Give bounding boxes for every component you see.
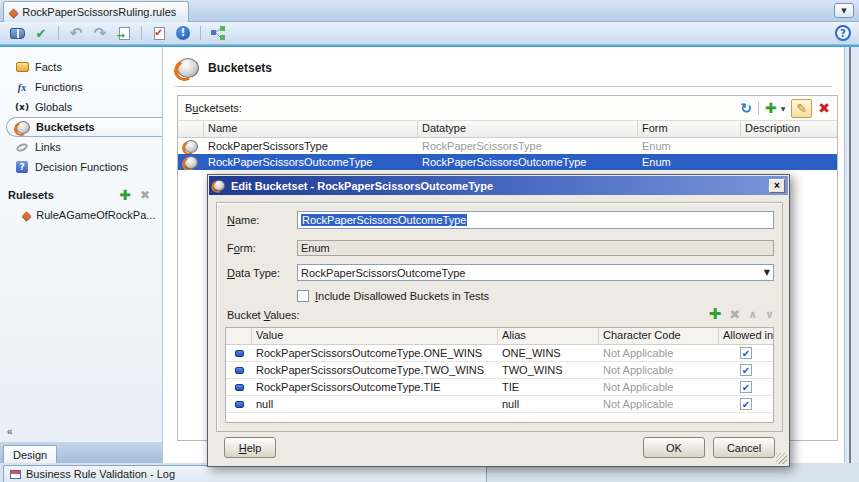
window-right-edge xyxy=(849,47,851,463)
load-dictionary-icon[interactable] xyxy=(115,25,133,42)
share-icon[interactable] xyxy=(209,25,227,42)
delete-bucketset-icon[interactable]: ✖ xyxy=(818,100,830,116)
bucket-value-row[interactable]: RockPaperScissorsOutcomeType.TIETIENot A… xyxy=(226,379,773,396)
validate-check-icon[interactable]: ✔ xyxy=(32,25,50,42)
add-ruleset-icon[interactable]: ✚ xyxy=(119,187,131,203)
allowed-checkbox[interactable]: ✔ xyxy=(740,364,752,376)
cell-allowed: ✔ xyxy=(719,398,773,410)
cell-datatype: RockPaperScissorsType xyxy=(418,138,638,154)
bucket-value-row[interactable]: RockPaperScissorsOutcomeType.TWO_WINSTWO… xyxy=(226,362,773,379)
table-row[interactable]: RockPaperScissorsOutcomeTypeRockPaperSci… xyxy=(178,154,837,170)
include-disallowed-checkbox[interactable] xyxy=(297,290,309,302)
log-window-icon xyxy=(10,470,21,479)
page-title: Bucketsets xyxy=(208,61,272,75)
add-bucket-icon[interactable]: ✚ xyxy=(709,305,722,323)
close-icon[interactable]: × xyxy=(769,179,785,193)
bucket-values-toolbar: ✚ ✖ ∧ ∨ xyxy=(709,305,774,323)
bucket-value-icon xyxy=(226,384,252,391)
sidebar-item-globals[interactable]: (x)Globals xyxy=(0,97,162,117)
redo-icon[interactable]: ↷ xyxy=(91,25,109,42)
ok-button[interactable]: OK xyxy=(643,437,705,458)
toolbar-separator xyxy=(58,26,59,40)
sidebar-item-ruleset[interactable]: ◆ RuleAGameOfRockPa... xyxy=(0,205,162,225)
bucketsets-column-headers: Name Datatype Form Description xyxy=(178,121,837,138)
allowed-checkbox[interactable]: ✔ xyxy=(740,398,752,410)
form-field-label: Form: xyxy=(227,242,256,254)
rulesets-header-row: Rulesets ✚ ✖ xyxy=(0,185,162,205)
rulesets-header: Rulesets xyxy=(8,189,54,201)
datatype-select[interactable]: RockPaperScissorsOutcomeType ▼ xyxy=(297,264,774,281)
column-header-description[interactable]: Description xyxy=(741,121,837,137)
sidebar-nav-list: FactsfxFunctions(x)GlobalsBucketsetsLink… xyxy=(0,57,162,177)
column-header-name[interactable]: Name xyxy=(204,121,418,137)
help-button[interactable]: Help xyxy=(224,437,276,458)
column-header-alias[interactable]: Alias xyxy=(498,328,599,344)
bucket-values-table: Value Alias Character Code Allowed in Ac… xyxy=(225,327,774,423)
sidebar-item-facts[interactable]: Facts xyxy=(0,57,162,77)
sidebar-item-label: Facts xyxy=(35,61,62,73)
sidebar-item-functions[interactable]: fxFunctions xyxy=(0,77,162,97)
column-header-form[interactable]: Form xyxy=(638,121,741,137)
dialog-title-bar[interactable]: Edit Bucketset - RockPaperScissorsOutcom… xyxy=(209,176,788,195)
form-input-value: Enum xyxy=(301,242,330,254)
sidebar-item-label: Globals xyxy=(35,101,72,113)
cancel-button[interactable]: Cancel xyxy=(713,437,775,458)
column-header-character-code[interactable]: Character Code xyxy=(599,328,719,344)
tab-design[interactable]: Design xyxy=(3,445,57,463)
document-tab[interactable]: ◆ RockPaperScissorsRuling.rules xyxy=(3,1,189,22)
functions-icon: fx xyxy=(14,80,30,95)
facts-icon xyxy=(14,60,30,75)
cell-character-code: Not Applicable xyxy=(599,381,719,393)
bucketsets-rows: RockPaperScissorsTypeRockPaperScissorsTy… xyxy=(178,138,837,170)
allowed-checkbox[interactable]: ✔ xyxy=(740,347,752,359)
delete-bucket-icon[interactable]: ✖ xyxy=(729,307,740,322)
editor-toolbar: ✔ ↶ ↷ ! ? xyxy=(0,22,859,45)
chevron-down-icon: ▼ xyxy=(841,7,846,15)
navigation-sidebar: FactsfxFunctions(x)GlobalsBucketsetsLink… xyxy=(0,47,163,442)
bucket-value-row[interactable]: RockPaperScissorsOutcomeType.ONE_WINSONE… xyxy=(226,345,773,362)
sidebar-item-links[interactable]: Links xyxy=(0,137,162,157)
table-row[interactable]: RockPaperScissorsTypeRockPaperScissorsTy… xyxy=(178,138,837,154)
toolbar-separator xyxy=(141,26,142,40)
decision-functions-icon: ? xyxy=(14,160,30,175)
bucketsets-icon xyxy=(15,120,31,135)
cell-allowed: ✔ xyxy=(719,347,773,359)
cell-allowed: ✔ xyxy=(719,381,773,393)
dictionary-icon[interactable] xyxy=(8,25,26,42)
name-field-label: Name: xyxy=(227,214,259,226)
bucket-value-row[interactable]: nullnullNot Applicable✔ xyxy=(226,396,773,413)
sidebar-item-label: Functions xyxy=(35,81,83,93)
bucketset-icon xyxy=(213,180,225,191)
verify-icon[interactable] xyxy=(150,25,168,42)
column-header-datatype[interactable]: Datatype xyxy=(418,121,638,137)
collapse-panel-icon[interactable]: « xyxy=(7,426,13,437)
column-header-allowed[interactable]: Allowed in Ac xyxy=(719,328,773,344)
sidebar-item-bucketsets[interactable]: Bucketsets xyxy=(6,117,162,137)
edit-bucketset-button[interactable]: ✎ xyxy=(791,99,812,118)
cell-description xyxy=(741,138,837,154)
name-input-value: RockPaperScissorsOutcomeType xyxy=(301,214,467,226)
add-bucketset-icon[interactable]: ✚ xyxy=(765,100,777,116)
refresh-icon[interactable]: ↻ xyxy=(740,100,752,116)
cell-alias: TWO_WINS xyxy=(498,364,599,376)
move-down-icon[interactable]: ∨ xyxy=(765,308,774,321)
info-icon[interactable]: ! xyxy=(174,25,192,42)
name-input[interactable]: RockPaperScissorsOutcomeType xyxy=(297,211,774,229)
undo-icon[interactable]: ↶ xyxy=(67,25,85,42)
dialog-title: Edit Bucketset - RockPaperScissorsOutcom… xyxy=(231,180,493,192)
cell-alias: null xyxy=(498,398,599,410)
resize-grip[interactable] xyxy=(776,453,787,464)
sidebar-item-decision-functions[interactable]: ?Decision Functions xyxy=(0,157,162,177)
bucketset-icon xyxy=(178,154,204,170)
cell-value: RockPaperScissorsOutcomeType.TIE xyxy=(252,381,498,393)
column-header-value[interactable]: Value xyxy=(252,328,498,344)
log-panel-tab[interactable]: Business Rule Validation - Log xyxy=(3,465,487,482)
move-up-icon[interactable]: ∧ xyxy=(748,308,757,321)
tab-list-dropdown-button[interactable]: ▼ xyxy=(834,3,854,18)
delete-ruleset-icon[interactable]: ✖ xyxy=(140,188,150,202)
links-icon xyxy=(14,140,30,155)
dialog-content-panel: Name: RockPaperScissorsOutcomeType Form:… xyxy=(216,202,783,432)
add-dropdown-icon[interactable]: ▼ xyxy=(781,105,786,112)
help-icon[interactable]: ? xyxy=(835,25,851,41)
allowed-checkbox[interactable]: ✔ xyxy=(740,381,752,393)
